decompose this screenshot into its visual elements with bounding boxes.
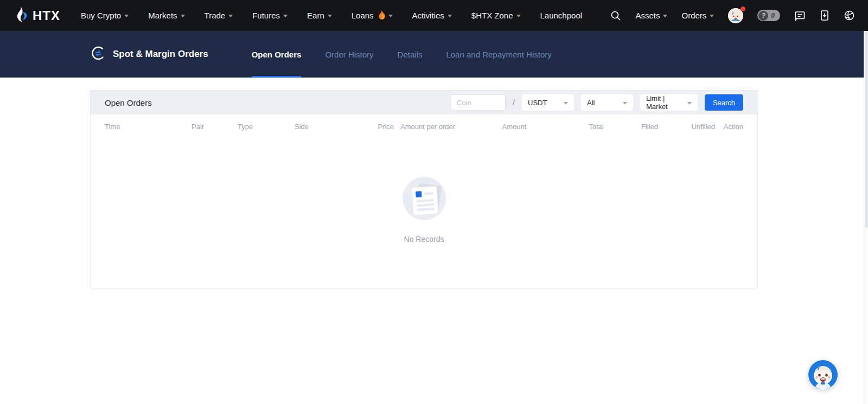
tab-loan-repayment-history[interactable]: Loan and Repayment History bbox=[446, 31, 551, 78]
chat-icon[interactable] bbox=[794, 10, 806, 21]
notification-dot bbox=[741, 7, 745, 11]
top-nav: HTX Buy Crypto Markets Trade Futures Ear… bbox=[0, 0, 868, 31]
chevron-down-icon bbox=[564, 102, 568, 105]
page-scrollbar[interactable] bbox=[864, 0, 868, 404]
support-chat-mascot[interactable] bbox=[808, 360, 838, 390]
chevron-down-icon bbox=[388, 15, 393, 17]
chevron-down-icon bbox=[623, 102, 627, 105]
panel-title: Open Orders bbox=[105, 98, 152, 107]
tab-details[interactable]: Details bbox=[398, 31, 423, 78]
scrollbar-thumb[interactable] bbox=[865, 0, 868, 228]
nav-trade[interactable]: Trade bbox=[205, 11, 233, 20]
pair-separator: / bbox=[513, 98, 515, 107]
col-amount: Amount bbox=[479, 123, 550, 131]
no-records-label: No Records bbox=[404, 235, 444, 243]
quote-currency-select[interactable]: USDT bbox=[522, 94, 574, 111]
col-price: Price bbox=[349, 123, 400, 131]
chevron-down-icon bbox=[124, 15, 129, 17]
points-coin-icon: ? bbox=[758, 11, 768, 21]
coin-input[interactable] bbox=[451, 94, 506, 111]
tab-order-history[interactable]: Order History bbox=[325, 31, 373, 78]
page-title-group: Spot & Margin Orders bbox=[90, 31, 208, 78]
nav-launchpool[interactable]: Launchpool bbox=[540, 11, 583, 20]
col-time: Time bbox=[105, 123, 192, 131]
chevron-down-icon bbox=[710, 15, 714, 17]
points-value: 0 bbox=[771, 12, 775, 20]
filter-controls: / USDT All Limit | Market Search bbox=[451, 94, 743, 111]
nav-orders[interactable]: Orders bbox=[681, 11, 714, 20]
nav-buy-crypto[interactable]: Buy Crypto bbox=[81, 11, 129, 20]
flame-icon bbox=[377, 10, 385, 21]
col-total: Total bbox=[550, 123, 604, 131]
chevron-down-icon bbox=[283, 15, 288, 17]
chevron-down-icon bbox=[181, 15, 185, 17]
download-app-icon[interactable] bbox=[820, 10, 829, 21]
user-avatar[interactable] bbox=[728, 8, 743, 23]
nav-loans[interactable]: Loans bbox=[352, 10, 393, 21]
language-globe-icon[interactable] bbox=[844, 10, 855, 21]
search-button[interactable]: Search bbox=[705, 94, 743, 111]
chevron-down-icon bbox=[516, 15, 521, 17]
nav-activities[interactable]: Activities bbox=[412, 11, 452, 20]
nav-right-group: Assets Orders ? 0 bbox=[610, 8, 855, 23]
col-type: Type bbox=[238, 123, 295, 131]
no-records-icon bbox=[402, 176, 446, 223]
main-menu: Buy Crypto Markets Trade Futures Earn Lo… bbox=[81, 10, 599, 21]
filter-bar: Open Orders / USDT All Limit | Market Se… bbox=[91, 91, 757, 114]
main-content: Open Orders / USDT All Limit | Market Se… bbox=[0, 78, 868, 288]
nav-assets[interactable]: Assets bbox=[635, 11, 667, 20]
col-side: Side bbox=[295, 123, 349, 131]
col-pair: Pair bbox=[192, 123, 238, 131]
tab-open-orders[interactable]: Open Orders bbox=[252, 31, 302, 78]
col-action: Action bbox=[715, 123, 743, 131]
nav-futures[interactable]: Futures bbox=[252, 11, 288, 20]
spot-margin-orders-icon bbox=[90, 45, 106, 64]
order-type-select[interactable]: All bbox=[581, 94, 633, 111]
col-filled: Filled bbox=[604, 123, 658, 131]
chevron-down-icon bbox=[687, 102, 692, 105]
limit-market-select[interactable]: Limit | Market bbox=[640, 94, 698, 111]
points-pill[interactable]: ? 0 bbox=[757, 10, 780, 21]
page-title: Spot & Margin Orders bbox=[113, 49, 208, 60]
col-unfilled: Unfilled bbox=[658, 123, 715, 131]
chevron-down-icon bbox=[448, 15, 452, 17]
orders-subheader: Spot & Margin Orders Open Orders Order H… bbox=[0, 31, 868, 78]
chevron-down-icon bbox=[228, 15, 233, 17]
open-orders-panel: Open Orders / USDT All Limit | Market Se… bbox=[90, 90, 758, 288]
nav-earn[interactable]: Earn bbox=[307, 11, 332, 20]
empty-state: No Records bbox=[91, 138, 757, 288]
nav-markets[interactable]: Markets bbox=[148, 11, 184, 20]
orders-tabs: Open Orders Order History Details Loan a… bbox=[252, 31, 552, 78]
htx-flame-icon bbox=[15, 7, 29, 25]
nav-htx-zone[interactable]: $HTX Zone bbox=[471, 11, 521, 20]
col-amount-per-order: Amount per order bbox=[400, 123, 479, 131]
htx-logo-text: HTX bbox=[33, 8, 60, 23]
search-icon[interactable] bbox=[610, 10, 621, 21]
chevron-down-icon bbox=[663, 15, 667, 17]
htx-logo[interactable]: HTX bbox=[15, 7, 60, 25]
table-header: Time Pair Type Side Price Amount per ord… bbox=[91, 114, 757, 138]
chevron-down-icon bbox=[328, 15, 332, 17]
